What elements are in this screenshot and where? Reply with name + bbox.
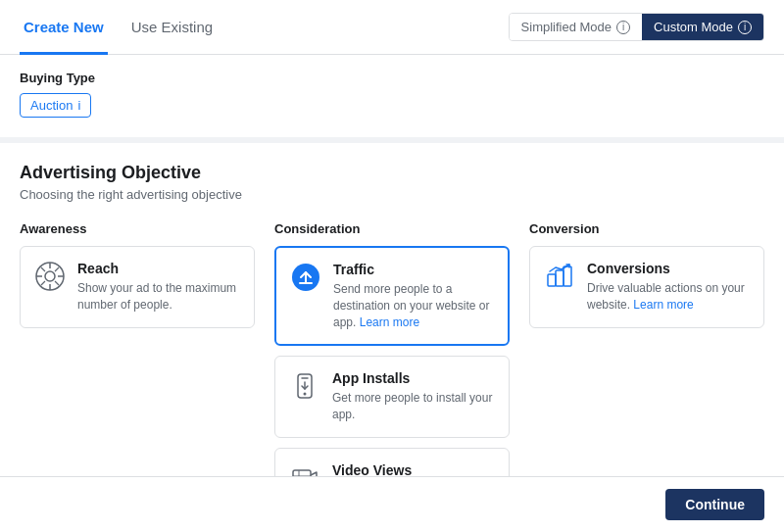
reach-card[interactable]: Reach Show your ad to the maximum number… [20,246,255,328]
app-installs-card[interactable]: App Installs Get more people to install … [274,356,510,438]
conversions-learn-more[interactable]: Learn more [633,298,693,312]
traffic-card[interactable]: Traffic Send more people to a destinatio… [274,246,510,346]
app-installs-title: App Installs [332,370,495,386]
auction-info-icon: i [77,98,80,113]
svg-point-5 [304,393,307,396]
simplified-mode-button[interactable]: Simplified Mode i [510,14,643,40]
conversions-card-content: Conversions Drive valuable actions on yo… [587,261,750,314]
objective-section: Advertising Objective Choosing the right… [0,143,784,532]
awareness-header: Awareness [20,221,255,236]
reach-card-content: Reach Show your ad to the maximum number… [77,261,240,314]
custom-info-icon: i [738,21,752,34]
conversions-icon [544,261,575,292]
traffic-title: Traffic [333,262,494,277]
footer: Continue [0,476,784,532]
buying-type-label: Buying Type [20,71,764,85]
svg-rect-12 [564,266,571,286]
objective-title: Advertising Objective [20,163,764,183]
conversions-desc: Drive valuable actions on your website. … [587,280,750,314]
svg-point-1 [45,271,55,281]
svg-rect-11 [556,270,564,286]
conversions-card[interactable]: Conversions Drive valuable actions on yo… [529,246,764,328]
tab-create-new[interactable]: Create New [20,1,108,55]
conversion-header: Conversion [529,221,764,236]
conversions-title: Conversions [587,261,750,276]
traffic-desc: Send more people to a destination on you… [333,281,494,330]
continue-button[interactable]: Continue [665,489,764,520]
objective-subtitle: Choosing the right advertising objective [20,187,764,202]
tab-group: Create New Use Existing [20,0,236,54]
app-installs-icon [289,370,320,402]
app-installs-desc: Get more people to install your app. [332,390,495,423]
traffic-card-content: Traffic Send more people to a destinatio… [333,262,494,330]
reach-icon [34,261,66,292]
app-installs-card-content: App Installs Get more people to install … [332,370,495,423]
simplified-info-icon: i [616,21,630,34]
traffic-learn-more[interactable]: Learn more [360,315,419,329]
mode-switcher: Simplified Mode i Custom Mode i [509,13,764,41]
consideration-header: Consideration [274,221,510,236]
top-bar: Create New Use Existing Simplified Mode … [0,0,784,55]
custom-mode-button[interactable]: Custom Mode i [642,14,763,40]
reach-desc: Show your ad to the maximum number of pe… [77,280,240,314]
reach-title: Reach [77,261,240,276]
traffic-icon [290,262,321,293]
buying-type-section: Buying Type Auction i [0,55,784,143]
auction-badge[interactable]: Auction i [20,93,91,118]
svg-rect-10 [548,274,556,286]
tab-use-existing[interactable]: Use Existing [127,1,217,55]
